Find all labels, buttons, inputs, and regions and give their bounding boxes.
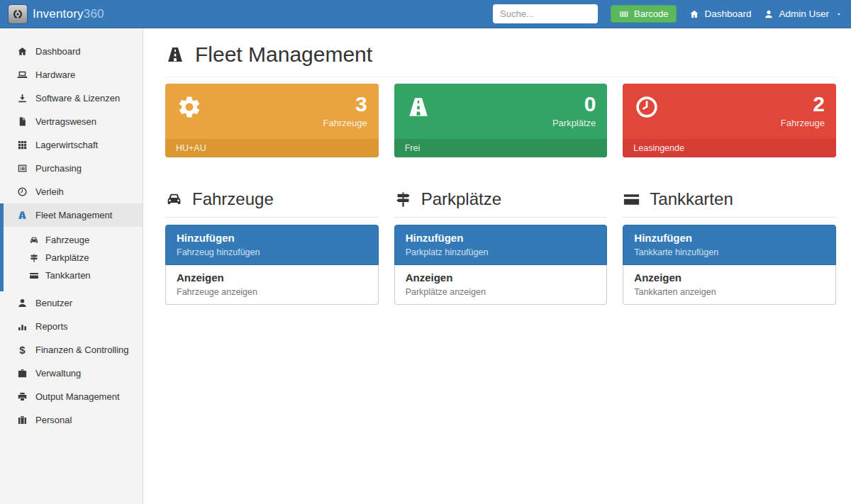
home-icon — [17, 46, 28, 57]
stat-value: 0 — [552, 93, 596, 116]
sidebar-fleet-submenu: Fahrzeuge Parkplätze Tankkarten — [4, 227, 143, 291]
panel-item-title: Anzeigen — [177, 271, 367, 285]
printer-icon — [17, 391, 28, 402]
stat-card-leasingende[interactable]: 2 Fahrzeuge Leasingende — [623, 84, 836, 157]
top-navbar: Inventory360 Barcode Dashboard Admin Use… — [0, 0, 851, 28]
stat-value: 3 — [323, 93, 367, 116]
sidebar-item-software-lizenzen[interactable]: Software & Lizenzen — [0, 86, 143, 110]
nav-dashboard-label: Dashboard — [704, 9, 751, 19]
sidebar-item-label: Reports — [35, 321, 68, 332]
panel-item-title: Anzeigen — [634, 271, 825, 285]
parkplaetze-view-link[interactable]: Anzeigen Parkplätze anzeigen — [394, 265, 608, 305]
sidebar-item-label: Verleih — [35, 186, 64, 197]
panel-item-subtitle: Fahrzeug hinzufügen — [177, 247, 367, 258]
fahrzeuge-add-link[interactable]: Hinzufügen Fahrzeug hinzufügen — [165, 225, 379, 265]
sidebar-item-label: Vertragswesen — [35, 116, 96, 127]
main-content: Fleet Management 3 Fahrzeuge HU+AU — [143, 28, 851, 504]
signpost-icon — [394, 191, 412, 208]
user-icon — [764, 9, 774, 19]
stat-label: Fahrzeuge — [323, 118, 367, 128]
sidebar-item-lagerwirtschaft[interactable]: Lagerwirtschaft — [0, 133, 143, 157]
sidebar-item-label: Fleet Management — [35, 210, 112, 220]
sidebar-item-label: Personal — [35, 415, 72, 425]
tankkarten-view-link[interactable]: Anzeigen Tankkarten anzeigen — [623, 265, 836, 305]
download-icon — [17, 93, 28, 103]
fahrzeuge-view-link[interactable]: Anzeigen Fahrzeuge anzeigen — [165, 265, 379, 305]
nav-dashboard-link[interactable]: Dashboard — [689, 9, 751, 19]
stat-label: Parkplätze — [552, 118, 596, 128]
panel-item-subtitle: Tankkarten anzeigen — [634, 286, 825, 298]
search-input[interactable] — [493, 4, 598, 23]
chevron-down-icon — [835, 11, 842, 18]
sidebar-item-verwaltung[interactable]: Verwaltung — [0, 362, 143, 385]
brand[interactable]: Inventory360 — [9, 5, 104, 23]
user-menu[interactable]: Admin User — [764, 9, 842, 19]
user-menu-label: Admin User — [779, 9, 829, 19]
app-window: Inventory360 Barcode Dashboard Admin Use… — [0, 0, 851, 504]
sidebar-item-label: Parkplätze — [45, 252, 89, 263]
file-icon — [17, 116, 28, 127]
car-icon — [165, 191, 183, 208]
panel-item-subtitle: Parkplatz hinzufügen — [406, 247, 596, 258]
sidebar-fleet-group: Fleet Management Fahrzeuge Parkplätze Ta… — [0, 203, 143, 291]
parkplaetze-add-link[interactable]: Hinzufügen Parkplatz hinzufügen — [394, 225, 608, 265]
sidebar-subitem-fahrzeuge[interactable]: Fahrzeuge — [4, 231, 143, 249]
tankkarten-add-link[interactable]: Hinzufügen Tankkarte hinzufügen — [623, 225, 836, 265]
dollar-icon: $ — [17, 345, 28, 355]
road-icon — [17, 210, 28, 220]
grid-icon — [17, 140, 28, 150]
sidebar-item-label: Fahrzeuge — [45, 235, 89, 245]
panel-item-subtitle: Fahrzeuge anzeigen — [177, 286, 367, 298]
stat-card-huau[interactable]: 3 Fahrzeuge HU+AU — [165, 84, 379, 157]
navbar-right: Barcode Dashboard Admin User — [493, 4, 842, 23]
suitcase-icon — [17, 415, 28, 425]
barcode-button-label: Barcode — [634, 9, 668, 19]
sidebar-item-fleet-management[interactable]: Fleet Management — [4, 203, 143, 227]
credit-card-icon — [29, 271, 39, 281]
road-icon — [406, 94, 431, 120]
briefcase-icon — [17, 368, 28, 379]
sidebar-item-finanzen-controlling[interactable]: $ Finanzen & Controlling — [0, 338, 143, 362]
sidebar-item-output-management[interactable]: Output Management — [0, 385, 143, 408]
sidebar-item-label: Software & Lizenzen — [35, 93, 120, 103]
barcode-button[interactable]: Barcode — [611, 5, 677, 23]
sidebar-item-dashboard[interactable]: Dashboard — [0, 40, 143, 63]
panel-item-title: Hinzufügen — [634, 231, 825, 245]
sidebar-item-label: Output Management — [35, 391, 120, 402]
sidebar-item-label: Hardware — [35, 69, 75, 80]
sidebar-item-reports[interactable]: Reports — [0, 315, 143, 338]
section-title: Parkplätze — [421, 189, 501, 210]
signpost-icon — [29, 253, 39, 263]
sidebar-item-purchasing[interactable]: Purchasing — [0, 157, 143, 180]
section-divider — [394, 217, 608, 218]
bar-chart-icon — [17, 321, 28, 332]
road-icon — [165, 45, 185, 65]
stat-footer: Leasingende — [623, 139, 836, 157]
sidebar-item-label: Benutzer — [35, 298, 72, 308]
gear-icon — [177, 94, 202, 120]
section-header: Parkplätze — [394, 189, 608, 210]
sidebar-item-label: Purchasing — [35, 163, 82, 174]
section-divider — [623, 217, 836, 218]
barcode-icon — [619, 9, 629, 19]
sidebar-item-label: Dashboard — [35, 46, 81, 57]
sidebar-subitem-tankkarten[interactable]: Tankkarten — [4, 267, 143, 284]
section-divider — [165, 217, 379, 218]
stat-cards-row: 3 Fahrzeuge HU+AU 0 Parkplätze Frei — [165, 84, 836, 157]
section-parkplaetze: Parkplätze Hinzufügen Parkplatz hinzufüg… — [394, 189, 608, 305]
panel-item-title: Anzeigen — [406, 271, 596, 285]
stat-card-frei[interactable]: 0 Parkplätze Frei — [394, 84, 608, 157]
sidebar-subitem-parkplaetze[interactable]: Parkplätze — [4, 249, 143, 267]
section-header: Fahrzeuge — [165, 189, 379, 210]
sidebar-item-vertragswesen[interactable]: Vertragswesen — [0, 110, 143, 133]
sidebar-item-verleih[interactable]: Verleih — [0, 180, 143, 203]
sidebar-item-personal[interactable]: Personal — [0, 408, 143, 432]
sidebar-item-hardware[interactable]: Hardware — [0, 63, 143, 86]
app-logo-icon — [9, 5, 27, 23]
header-divider — [165, 77, 836, 77]
sidebar-item-benutzer[interactable]: Benutzer — [0, 291, 143, 315]
page-header: Fleet Management — [165, 41, 836, 68]
home-icon — [689, 9, 699, 19]
section-fahrzeuge: Fahrzeuge Hinzufügen Fahrzeug hinzufügen… — [165, 189, 379, 305]
sections-row: Fahrzeuge Hinzufügen Fahrzeug hinzufügen… — [165, 189, 836, 305]
